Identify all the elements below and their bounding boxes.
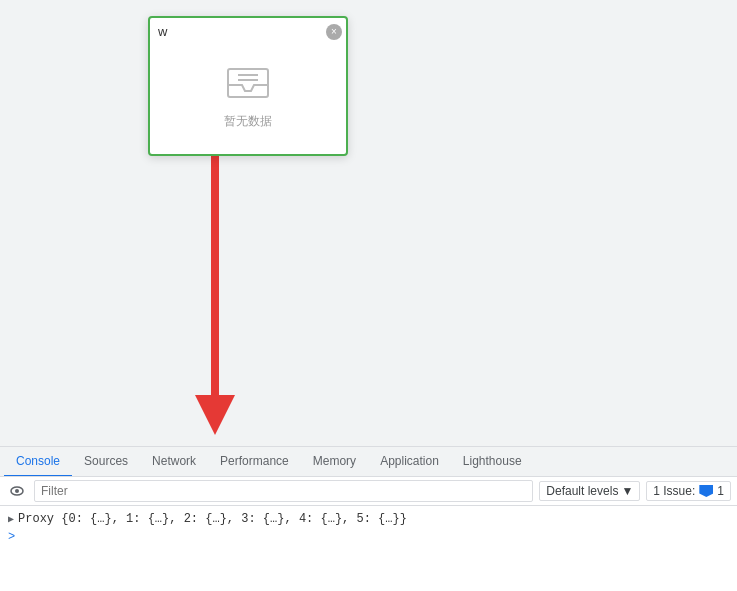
tab-memory[interactable]: Memory xyxy=(301,447,368,477)
issue-flag-icon xyxy=(699,485,713,497)
issue-count: 1 xyxy=(717,484,724,498)
red-arrow xyxy=(185,140,245,443)
tab-network[interactable]: Network xyxy=(140,447,208,477)
search-input-row: × xyxy=(150,18,346,45)
console-output: ▶ Proxy {0: {…}, 1: {…}, 2: {…}, 3: {…},… xyxy=(0,506,737,591)
console-prompt[interactable]: > xyxy=(8,528,729,546)
console-proxy-output: Proxy {0: {…}, 1: {…}, 2: {…}, 3: {…}, 4… xyxy=(18,512,407,526)
no-data-text: 暂无数据 xyxy=(224,113,272,130)
search-input[interactable] xyxy=(158,22,326,41)
search-clear-button[interactable]: × xyxy=(326,24,342,40)
tab-sources[interactable]: Sources xyxy=(72,447,140,477)
search-dropdown: × 暂无数据 xyxy=(148,16,348,156)
console-filter-bar: Default levels ▼ 1 Issue: 1 xyxy=(0,476,737,506)
eye-icon xyxy=(9,483,25,499)
default-levels-label: Default levels xyxy=(546,484,618,498)
filter-input[interactable] xyxy=(34,480,533,502)
search-no-data-area: 暂无数据 xyxy=(150,45,346,154)
chevron-down-icon: ▼ xyxy=(621,484,633,498)
issue-label: 1 Issue: xyxy=(653,484,695,498)
issue-badge[interactable]: 1 Issue: 1 xyxy=(646,481,731,501)
close-icon: × xyxy=(331,26,337,37)
tab-application[interactable]: Application xyxy=(368,447,451,477)
expand-arrow-icon[interactable]: ▶ xyxy=(8,513,14,525)
svg-point-4 xyxy=(15,489,19,493)
main-area: × 暂无数据 xyxy=(0,0,737,450)
console-line-1: ▶ Proxy {0: {…}, 1: {…}, 2: {…}, 3: {…},… xyxy=(8,510,729,528)
default-levels-button[interactable]: Default levels ▼ xyxy=(539,481,640,501)
tab-lighthouse[interactable]: Lighthouse xyxy=(451,447,534,477)
prompt-symbol: > xyxy=(8,530,15,544)
tab-performance[interactable]: Performance xyxy=(208,447,301,477)
devtools-tabs: Console Sources Network Performance Memo… xyxy=(0,446,737,476)
svg-marker-2 xyxy=(195,395,235,435)
svg-rect-0 xyxy=(228,69,268,97)
empty-inbox-icon xyxy=(224,65,272,105)
eye-icon-button[interactable] xyxy=(6,480,28,502)
tab-console[interactable]: Console xyxy=(4,447,72,477)
